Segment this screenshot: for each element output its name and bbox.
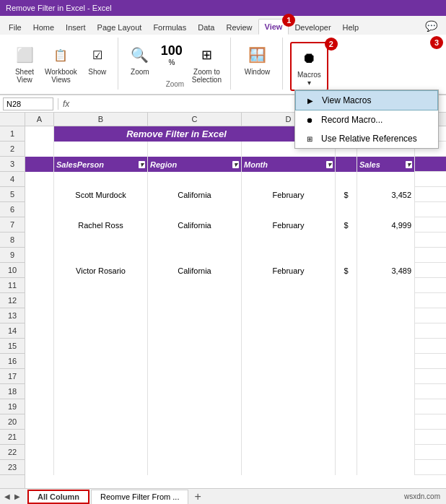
cell-row-9 (25, 248, 446, 263)
sheet-nav-next[interactable]: ▶ (13, 492, 22, 500)
tab-formulas[interactable]: Formulas (147, 20, 192, 35)
cell-e8[interactable] (336, 233, 357, 248)
cell-f7[interactable]: 4,999 (357, 217, 415, 233)
row-4: 4 (0, 172, 25, 187)
macros-btn[interactable]: ⏺ Macros▾ (290, 42, 328, 91)
cell-b4[interactable] (54, 172, 148, 187)
cell-d11[interactable] (242, 278, 336, 293)
cell-row-13 (25, 308, 446, 323)
cell-e11[interactable] (336, 278, 357, 293)
cell-b5[interactable]: Scott Murdock (54, 187, 148, 202)
cell-a8[interactable] (25, 233, 54, 248)
cell-b3[interactable]: SalesPerson ▾ (54, 157, 148, 172)
cell-f9[interactable] (357, 248, 415, 263)
cell-a10[interactable] (25, 263, 54, 278)
cell-f5[interactable]: 3,452 (357, 187, 415, 202)
view-macros-item[interactable]: ▶ View Macros (295, 90, 438, 110)
cell-e5[interactable]: $ (336, 187, 357, 202)
cell-row-15 (25, 339, 446, 354)
window-btn[interactable]: 🪟 Window (242, 42, 274, 77)
macros-icon: ⏺ (297, 46, 320, 69)
cell-d4[interactable] (242, 172, 336, 187)
cell-a1[interactable] (25, 126, 54, 142)
cell-b9[interactable] (54, 248, 148, 263)
cell-a9[interactable] (25, 248, 54, 263)
cell-c3[interactable]: Region ▾ (148, 157, 242, 172)
cell-f4[interactable] (357, 172, 415, 187)
cell-c2[interactable] (148, 142, 242, 157)
cell-f6[interactable] (357, 202, 415, 217)
cell-e10[interactable]: $ (336, 263, 357, 278)
cell-e6[interactable] (336, 202, 357, 217)
cell-c7[interactable]: California (148, 217, 242, 233)
cell-row-12 (25, 293, 446, 308)
record-macro-item[interactable]: ⏺ Record Macro... (295, 110, 438, 129)
cell-a4[interactable] (25, 172, 54, 187)
tab-home[interactable]: Home (27, 20, 60, 35)
filter-arrow-b3[interactable]: ▾ (139, 161, 145, 168)
sheet-tab-all-column[interactable]: All Column (27, 490, 89, 504)
cell-f10[interactable]: 3,489 (357, 263, 415, 278)
cell-e3[interactable] (336, 157, 357, 172)
cell-c4[interactable] (148, 172, 242, 187)
tab-file[interactable]: File (3, 20, 27, 35)
cell-e7[interactable]: $ (336, 217, 357, 233)
tab-insert[interactable]: Insert (60, 20, 92, 35)
tab-page-layout[interactable]: Page Layout (92, 20, 148, 35)
chat-icon[interactable]: 💬 (419, 17, 443, 35)
cell-a2[interactable] (25, 142, 54, 157)
cell-a7[interactable] (25, 217, 54, 233)
cell-d8[interactable] (242, 233, 336, 248)
sheet-nav-prev[interactable]: ◀ (3, 492, 12, 500)
cell-d9[interactable] (242, 248, 336, 263)
cell-b6[interactable] (54, 202, 148, 217)
cell-d7[interactable]: February (242, 217, 336, 233)
cell-a3[interactable] (25, 157, 54, 172)
tab-data[interactable]: Data (192, 20, 220, 35)
cell-b10[interactable]: Victor Rosario (54, 263, 148, 278)
cell-d6[interactable] (242, 202, 336, 217)
cell-a6[interactable] (25, 202, 54, 217)
cell-f8[interactable] (357, 233, 415, 248)
cell-f11[interactable] (357, 278, 415, 293)
macros-dropdown: ▶ View Macros ⏺ Record Macro... ⊞ Use Re… (294, 90, 439, 149)
filter-arrow-d3[interactable]: ▾ (326, 161, 333, 168)
cell-b8[interactable] (54, 233, 148, 248)
cell-e9[interactable] (336, 248, 357, 263)
zoom-to-selection-btn[interactable]: ⊞ Zoom toSelection (189, 42, 224, 85)
cell-c9[interactable] (148, 248, 242, 263)
cell-b1[interactable]: Remove Filter in Excel (54, 126, 299, 142)
filter-arrow-c3[interactable]: ▾ (232, 161, 239, 168)
tab-help[interactable]: Help (337, 20, 365, 35)
cell-f3[interactable]: Sales ▾ (357, 157, 415, 172)
cell-a11[interactable] (25, 278, 54, 293)
show-btn[interactable]: ☑ Show (83, 42, 112, 77)
zoom-100-btn[interactable]: 100 % (157, 42, 186, 68)
cell-d10[interactable]: February (242, 263, 336, 278)
relative-refs-item[interactable]: ⊞ Use Relative References (295, 129, 438, 148)
cell-a5[interactable] (25, 187, 54, 202)
cell-b7[interactable]: Rachel Ross (54, 217, 148, 233)
cell-c11[interactable] (148, 278, 242, 293)
cell-row-18 (25, 384, 446, 399)
workbook-views-btn[interactable]: 📋 WorkbookViews (42, 42, 80, 85)
sheet-tab-remove-filter[interactable]: Reomve Filter From ... (91, 490, 188, 504)
cells-area: Remove Filter in Excel (25, 126, 446, 488)
sheet-view-btn[interactable]: ⬜ SheetView (10, 42, 39, 85)
cell-b2[interactable] (54, 142, 148, 157)
cell-d3[interactable]: Month ▾ (242, 157, 336, 172)
tab-review[interactable]: Review (220, 20, 258, 35)
name-box[interactable]: N28 (3, 97, 53, 110)
zoom-btn[interactable]: 🔍 Zoom (126, 42, 154, 77)
cell-c5[interactable]: California (148, 187, 242, 202)
tab-view[interactable]: View 1 (258, 19, 289, 35)
cell-b11[interactable] (54, 278, 148, 293)
cell-d5[interactable]: February (242, 187, 336, 202)
cell-e4[interactable] (336, 172, 357, 187)
add-sheet-btn[interactable]: + (193, 490, 202, 503)
tab-developer[interactable]: Developer (289, 20, 336, 35)
filter-arrow-f3[interactable]: ▾ (406, 161, 412, 168)
cell-c10[interactable]: California (148, 263, 242, 278)
cell-c6[interactable] (148, 202, 242, 217)
cell-c8[interactable] (148, 233, 242, 248)
